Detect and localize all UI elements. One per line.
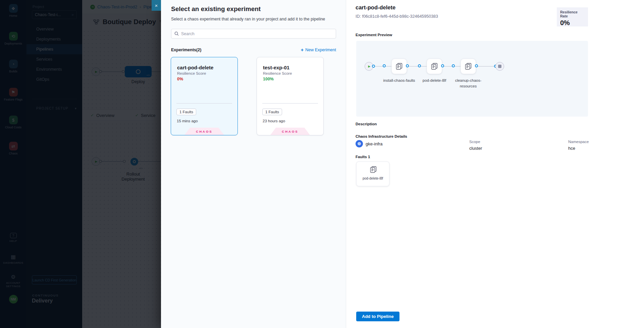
kubernetes-icon: ☸ <box>356 140 363 147</box>
experiment-id: ID: f06c81c8-fef6-445d-b98c-324645950383 <box>356 14 438 19</box>
resilience-rate-value: 0% <box>560 19 585 27</box>
experiment-title: cart-pod-delete <box>356 4 395 11</box>
faults-badge: 1 Faults <box>262 109 282 115</box>
preview-step-install-chaos-faults <box>391 59 407 74</box>
search-icon <box>174 31 179 36</box>
experiment-details-pane: cart-pod-delete ID: f06c81c8-fef6-445d-b… <box>346 0 644 328</box>
experiment-card-test-exp-01[interactable]: test-exp-01 Resilience Score 100% 1 Faul… <box>257 57 324 135</box>
connector-dot <box>406 64 409 67</box>
divider <box>176 103 232 104</box>
connector-dot <box>441 64 444 67</box>
namespace-label: Namespace <box>568 140 589 144</box>
experiments-header-row: Experiments(2) + New Experiment <box>171 47 336 53</box>
chaos-ribbon: CHAOS <box>270 128 310 135</box>
modal-subtitle: Select a chaos experiment that already r… <box>171 17 325 21</box>
connector-dot <box>383 64 386 67</box>
experiment-card-list: cart-pod-delete Resilience Score 0% 1 Fa… <box>171 57 324 135</box>
connector-dot <box>372 65 375 68</box>
preview-step-label: cleanup-chaos-resources <box>452 78 484 89</box>
preview-step-label: install-chaos-faults <box>383 78 415 83</box>
modal-title: Select an existing experiment <box>171 5 261 13</box>
infrastructure-label: Chaos Infrastructure Details <box>356 134 407 138</box>
search-box <box>171 29 336 39</box>
preview-step-pod-delete-l8f <box>427 59 442 74</box>
fault-name: pod-delete-l8f <box>357 177 389 180</box>
experiment-preview-canvas: ▶ install-chaos-faults <box>356 41 588 117</box>
resilience-score: 0% <box>177 77 183 81</box>
infrastructure-name: gke-infra <box>366 141 383 146</box>
resilience-rate-box: Resilience Rate 0% <box>557 7 588 26</box>
scope-label: Scope <box>469 140 480 144</box>
last-run-time: 23 hours ago <box>263 119 285 123</box>
plus-icon: + <box>301 47 304 53</box>
scope-value: cluster <box>469 146 482 151</box>
experiment-name: test-exp-01 <box>263 65 289 70</box>
stop-icon <box>498 65 501 68</box>
connector-dot <box>452 64 455 67</box>
description-label: Description <box>356 122 377 126</box>
preview-end-node <box>495 62 504 71</box>
connector-dot <box>418 64 421 67</box>
fault-step-icon <box>369 166 377 174</box>
faults-badge: 1 Faults <box>176 109 196 115</box>
fault-step-icon <box>464 62 472 70</box>
last-run-time: 15 mins ago <box>177 119 198 123</box>
close-button[interactable]: × <box>152 0 161 11</box>
experiments-count: Experiments(2) <box>171 48 201 52</box>
play-icon: ▶ <box>368 65 371 68</box>
faults-label: Faults 1 <box>356 155 370 159</box>
fault-step-icon <box>395 62 403 70</box>
namespace-value: hce <box>568 146 575 151</box>
fault-step-icon <box>430 62 438 70</box>
divider <box>262 103 318 104</box>
fault-card-pod-delete-l8f[interactable]: pod-delete-l8f <box>356 161 389 186</box>
experiment-card-cart-pod-delete[interactable]: cart-pod-delete Resilience Score 0% 1 Fa… <box>171 57 238 135</box>
connector-dot <box>475 64 478 67</box>
close-icon: × <box>155 3 158 8</box>
screen: ❖ Home ⟲ Deployments ◔ Builds ⚑ Feature … <box>0 0 644 328</box>
experiment-name: cart-pod-delete <box>177 65 213 70</box>
select-experiment-modal: × Select an existing experiment Select a… <box>161 0 644 328</box>
search-input[interactable] <box>181 31 333 36</box>
new-experiment-link[interactable]: + New Experiment <box>301 47 336 53</box>
preview-step-label: pod-delete-l8f <box>418 78 450 83</box>
preview-step-cleanup-chaos-resources <box>461 59 476 74</box>
add-to-pipeline-button[interactable]: Add to Pipeline <box>356 312 399 321</box>
resilience-score: 100% <box>263 77 274 81</box>
experiment-picker-pane: Select an existing experiment Select a c… <box>161 0 346 328</box>
chaos-ribbon: CHAOS <box>184 128 224 135</box>
preview-section-label: Experiment Preview <box>356 33 392 37</box>
